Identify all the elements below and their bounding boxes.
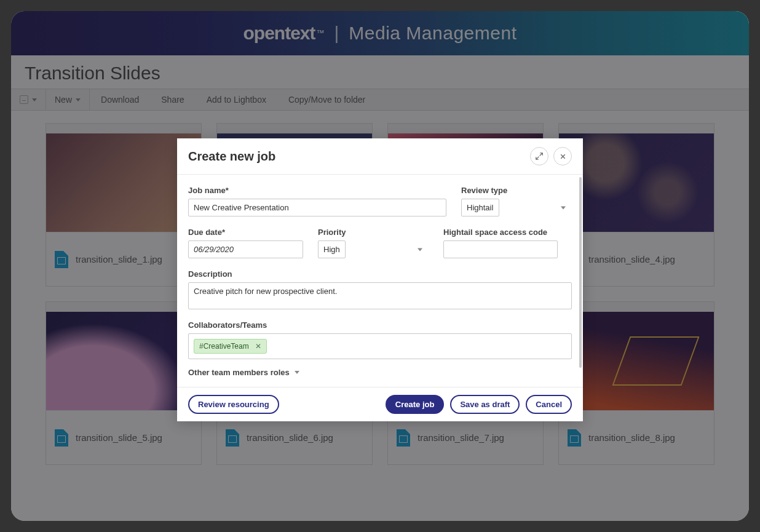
collaborators-input[interactable]: #CreativeTeam ✕ [188,333,572,359]
close-button[interactable] [553,147,572,165]
priority-label: Priority [318,228,429,237]
save-draft-button[interactable]: Save as draft [450,395,520,414]
expand-icon [535,152,544,161]
review-resourcing-button[interactable]: Review resourcing [188,395,279,414]
review-type-select[interactable]: Hightail [461,199,499,216]
due-date-label: Due date* [188,228,303,237]
access-code-input[interactable] [443,240,558,258]
description-label: Description [188,269,572,279]
other-roles-label: Other team members roles [188,368,290,377]
modal-header: Create new job [177,138,583,175]
tag-label: #CreativeTeam [199,342,249,351]
access-code-label: Hightail space access code [443,228,558,237]
priority-select[interactable]: High [318,240,346,258]
due-date-input[interactable] [188,240,303,258]
description-input[interactable]: Creative pitch for new prospective clien… [188,282,572,309]
job-name-label: Job name* [188,186,446,195]
chevron-down-icon [561,206,566,209]
app-window: opentext™ | Media Management Transition … [11,11,749,521]
cancel-button[interactable]: Cancel [526,395,572,414]
chevron-down-icon [295,371,299,374]
modal-footer: Review resourcing Create job Save as dra… [177,387,583,421]
job-name-input[interactable] [188,199,446,216]
close-icon [559,153,567,161]
create-job-modal: Create new job Job name* Review type Hig… [177,138,583,421]
modal-title: Create new job [188,149,525,164]
expand-button[interactable] [530,147,548,165]
team-tag: #CreativeTeam ✕ [194,339,267,354]
remove-tag-button[interactable]: ✕ [255,342,261,351]
modal-scrollbar[interactable] [579,177,582,368]
review-type-label: Review type [461,186,572,195]
collaborators-label: Collaborators/Teams [188,320,572,330]
other-roles-toggle[interactable]: Other team members roles [188,368,572,377]
modal-body: Job name* Review type Hightail Due date* [177,175,583,387]
chevron-down-icon [418,248,422,251]
create-job-button[interactable]: Create job [386,395,445,414]
